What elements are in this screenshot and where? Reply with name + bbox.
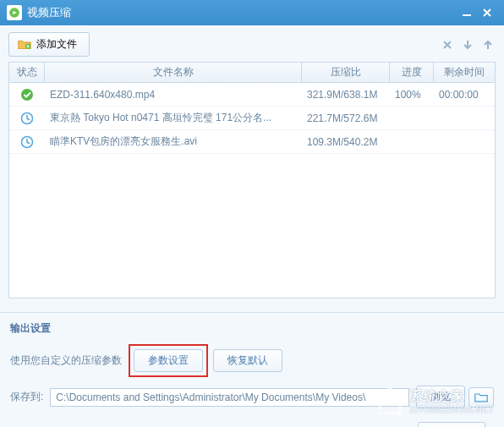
start-button[interactable]: 开始 — [418, 422, 485, 427]
params-settings-button[interactable]: 参数设置 — [134, 349, 203, 372]
table-row[interactable]: 瞄準KTV包房的漂亮女服務生.avi 109.3M/540.2M — [9, 130, 495, 154]
save-path-input[interactable] — [50, 388, 409, 407]
restore-default-button[interactable]: 恢复默认 — [213, 349, 282, 372]
cell-filename: 東京熱 Tokyo Hot n0471 高垣怜完璧 171公分名... — [45, 111, 302, 125]
app-icon — [7, 5, 22, 20]
custom-params-label: 使用您自定义的压缩参数 — [10, 353, 122, 368]
svg-rect-1 — [463, 14, 471, 16]
highlight-box: 参数设置 — [129, 344, 208, 377]
minimize-button[interactable] — [457, 4, 477, 21]
cell-progress: 100% — [390, 89, 434, 101]
add-file-button[interactable]: 添加文件 — [8, 32, 90, 57]
file-table: 状态 文件名称 压缩比 进度 剩余时间 EZD-311.640x480.mp4 … — [8, 62, 496, 298]
save-to-label: 保存到: — [10, 390, 43, 404]
cell-ratio: 321.9M/638.1M — [302, 89, 390, 101]
window-title: 视频压缩 — [27, 5, 457, 20]
header-name[interactable]: 文件名称 — [45, 63, 302, 82]
output-settings: 输出设置 使用您自定义的压缩参数 参数设置 恢复默认 保存到: 浏览 完成后自动… — [0, 313, 504, 427]
clock-icon — [20, 112, 34, 125]
folder-plus-icon — [18, 39, 31, 51]
header-ratio[interactable]: 压缩比 — [302, 63, 390, 82]
header-time[interactable]: 剩余时间 — [434, 63, 495, 82]
table-row[interactable]: 東京熱 Tokyo Hot n0471 高垣怜完璧 171公分名... 221.… — [9, 107, 495, 130]
save-path-row: 保存到: 浏览 — [10, 386, 494, 408]
browse-button[interactable]: 浏览 — [416, 386, 465, 408]
output-section-title: 输出设置 — [10, 321, 494, 336]
svg-point-3 — [21, 89, 33, 101]
header-status[interactable]: 状态 — [9, 63, 45, 82]
open-folder-icon — [474, 391, 488, 403]
cell-filename: 瞄準KTV包房的漂亮女服務生.avi — [45, 134, 302, 149]
titlebar: 视频压缩 — [0, 0, 504, 25]
table-header: 状态 文件名称 压缩比 进度 剩余时间 — [9, 63, 495, 83]
cell-ratio: 109.3M/540.2M — [302, 136, 390, 148]
move-down-icon[interactable] — [460, 37, 475, 52]
cell-filename: EZD-311.640x480.mp4 — [45, 89, 302, 101]
toolbar: 添加文件 — [8, 32, 496, 57]
check-circle-icon — [20, 88, 34, 101]
content-area: 添加文件 状态 文件名称 压缩比 进度 剩余时间 EZD-311.640x480… — [0, 25, 504, 313]
move-up-icon[interactable] — [480, 37, 496, 52]
delete-icon[interactable] — [440, 37, 455, 52]
cell-time: 00:00:00 — [434, 89, 495, 101]
params-row: 使用您自定义的压缩参数 参数设置 恢复默认 — [10, 344, 494, 377]
bottom-row: 完成后自动关机 开始 — [10, 417, 494, 427]
cell-ratio: 221.7M/572.6M — [302, 112, 390, 124]
table-row[interactable]: EZD-311.640x480.mp4 321.9M/638.1M 100% 0… — [9, 83, 495, 107]
add-file-label: 添加文件 — [36, 37, 77, 52]
open-folder-button[interactable] — [468, 387, 494, 408]
clock-icon — [20, 135, 34, 149]
table-body: EZD-311.640x480.mp4 321.9M/638.1M 100% 0… — [9, 83, 495, 154]
header-progress[interactable]: 进度 — [390, 63, 434, 82]
close-button[interactable] — [477, 4, 497, 21]
